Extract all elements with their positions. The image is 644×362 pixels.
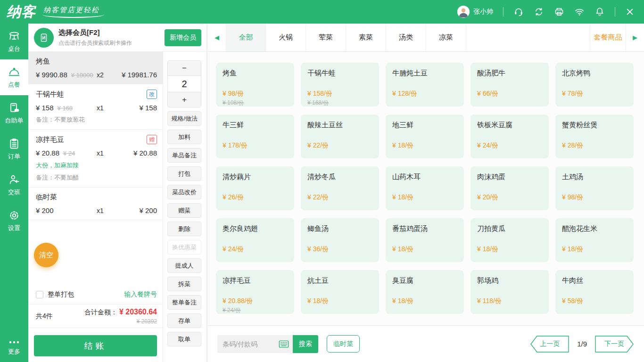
- action-button[interactable]: 取单: [167, 332, 201, 346]
- quantity-minus-button[interactable]: −: [168, 61, 201, 75]
- menu-item-card[interactable]: 干锅牛蛙 ¥ 158/份 ¥ 168/份: [301, 63, 379, 107]
- menu-item-card[interactable]: 清炒藕片 ¥ 26/份: [216, 166, 294, 210]
- prev-page-label: 上一页: [540, 340, 560, 348]
- menu-item-card[interactable]: 牛肉丝 ¥ 58/份: [555, 270, 634, 314]
- menu-item-price: ¥ 128/份: [392, 90, 457, 98]
- action-button[interactable]: 加料: [167, 130, 201, 144]
- menu-item-card[interactable]: 醋泡花生米 ¥ 18/份: [555, 218, 634, 262]
- sidebar-item-tables[interactable]: 桌台: [0, 24, 28, 59]
- order-item-total: ¥ 19981.76: [116, 71, 157, 79]
- menu-item-card[interactable]: 凉拌毛豆 ¥ 20.88/份 ¥ 24/份: [216, 270, 294, 314]
- menu-item-card[interactable]: 地三鲜 ¥ 18/份: [386, 115, 464, 158]
- menu-item-card[interactable]: 番茄鸡蛋汤 ¥ 18/份: [386, 218, 464, 262]
- close-icon[interactable]: [625, 7, 635, 16]
- menu-item-name: 清炒藕片: [223, 173, 288, 181]
- menu-item-name: 郭场鸡: [477, 276, 542, 285]
- clear-order-button[interactable]: 清空: [34, 243, 58, 267]
- menu-item-card[interactable]: 清炒冬瓜 ¥ 22/份: [301, 166, 379, 210]
- menu-item-card[interactable]: 酸辣土豆丝 ¥ 22/份: [301, 115, 379, 158]
- category-tab[interactable]: 全部: [226, 24, 266, 51]
- order-item-row[interactable]: 干锅牛蛙 改 ¥ 158 ¥ 168 x1 ¥ 158 备注：不要放葱花: [28, 84, 163, 130]
- brand-name: 纳客: [7, 2, 36, 22]
- menu-item-name: 山药木耳: [392, 173, 457, 181]
- user-account[interactable]: 张小帅: [457, 6, 493, 18]
- menu-item-card[interactable]: 奥尔良鸡翅 ¥ 24/份: [216, 218, 294, 262]
- printer-icon[interactable]: [554, 7, 564, 17]
- search-button[interactable]: 搜索: [293, 335, 318, 353]
- menu-item-price: ¥ 158/份: [307, 90, 372, 98]
- tabs-scroll-right-icon[interactable]: ▶: [626, 24, 644, 51]
- menu-item-card[interactable]: 牛腩炖土豆 ¥ 128/份: [386, 63, 464, 107]
- next-page-button[interactable]: 下一页: [595, 336, 634, 353]
- menu-item-card[interactable]: 鲫鱼汤 ¥ 36/份: [301, 218, 379, 262]
- action-button[interactable]: 打包: [167, 166, 201, 181]
- order-item-row[interactable]: 临时菜 ¥ 200 x1 ¥ 200: [28, 188, 163, 220]
- action-button[interactable]: 拆菜: [167, 277, 201, 291]
- sidebar-item-more[interactable]: 更多: [0, 333, 28, 362]
- menu-item-card[interactable]: 臭豆腐 ¥ 18/份: [386, 270, 464, 314]
- notification-bell-icon[interactable]: [594, 7, 605, 17]
- menu-item-card[interactable]: 郭场鸡 ¥ 118/份: [471, 270, 549, 314]
- sidebar-item-settings[interactable]: 设置: [0, 203, 28, 239]
- action-button[interactable]: 整单备注: [167, 295, 201, 310]
- pack-whole-order-checkbox[interactable]: [36, 291, 43, 298]
- menu-item-card[interactable]: 烤鱼 ¥ 98/份 ¥ 108/份: [216, 63, 294, 107]
- quantity-plus-button[interactable]: +: [168, 92, 201, 107]
- combo-products-tab[interactable]: 套餐商品: [590, 24, 626, 51]
- brand-slogan: 纳客管店更轻松: [43, 6, 99, 18]
- customer-service-icon[interactable]: [513, 7, 524, 17]
- menu-item-card[interactable]: 铁板米豆腐 ¥ 24/份: [471, 115, 549, 158]
- order-item-quantity: x1: [97, 104, 116, 112]
- menu-item-name: 肉沫鸡蛋: [477, 173, 542, 181]
- menu-item-card[interactable]: 炕土豆 ¥ 18/份: [301, 270, 379, 314]
- sidebar-item-orders[interactable]: 订单: [0, 131, 28, 167]
- menu-item-card[interactable]: 山药木耳 ¥ 18/份: [386, 166, 464, 210]
- action-button[interactable]: 菜品改价: [167, 185, 201, 199]
- action-button[interactable]: 单品备注: [167, 148, 201, 163]
- menu-item-name: 烤鱼: [223, 69, 288, 78]
- prev-page-button[interactable]: 上一页: [530, 336, 569, 353]
- category-tab[interactable]: 汤类: [386, 24, 426, 51]
- menu-item-card[interactable]: 酸汤肥牛 ¥ 66/份: [471, 63, 549, 107]
- checkout-button[interactable]: 结账: [34, 335, 157, 356]
- sidebar-item-self-order[interactable]: 自助单: [0, 95, 28, 131]
- action-button[interactable]: 删除: [167, 222, 201, 236]
- category-tab[interactable]: 素菜: [346, 24, 386, 51]
- wifi-icon[interactable]: [574, 7, 585, 17]
- menu-item-name: 清炒冬瓜: [307, 173, 372, 181]
- temp-dish-button[interactable]: 临时菜: [327, 335, 360, 353]
- action-button[interactable]: 换优惠菜: [167, 240, 201, 255]
- category-tab[interactable]: 火锅: [266, 24, 306, 51]
- order-item-price: ¥ 158: [36, 104, 54, 112]
- action-button[interactable]: 赠菜: [167, 203, 201, 218]
- menu-item-name: 番茄鸡蛋汤: [392, 224, 457, 233]
- menu-item-price: ¥ 24/份: [223, 245, 288, 254]
- add-member-button[interactable]: 新增会员: [165, 29, 201, 46]
- menu-item-card[interactable]: 蟹黄粉丝煲 ¥ 28/份: [555, 115, 634, 158]
- menu-item-card[interactable]: 肉沫鸡蛋 ¥ 20/份: [471, 166, 549, 210]
- action-button[interactable]: 规格/做法: [167, 111, 201, 126]
- menu-item-card[interactable]: 刀拍黄瓜 ¥ 18/份: [471, 218, 549, 262]
- member-select-bar[interactable]: 选择会员[F2] 点击进行会员搜索或刷卡操作 新增会员: [28, 24, 206, 52]
- category-tab[interactable]: 凉菜: [426, 24, 466, 51]
- menu-item-card[interactable]: 牛三鲜 ¥ 178/份: [216, 115, 294, 158]
- sync-icon[interactable]: [534, 7, 544, 17]
- enter-table-number-link[interactable]: 输入餐牌号: [124, 290, 157, 299]
- order-column: 清空 烤鱼 ¥ 9990.88 ¥ 10000 x2 ¥ 19981.76: [28, 52, 163, 362]
- sidebar-item-shift[interactable]: 交班: [0, 167, 28, 203]
- modify-badge[interactable]: 改: [147, 90, 157, 99]
- action-button[interactable]: 存单: [167, 313, 201, 328]
- action-button[interactable]: 提成人: [167, 258, 201, 273]
- order-item-row[interactable]: 烤鱼 ¥ 9990.88 ¥ 10000 x2 ¥ 19981.76: [28, 52, 163, 84]
- tab-spacer: [466, 24, 590, 51]
- tabs-scroll-left-icon[interactable]: ◀: [208, 24, 226, 51]
- order-item-row[interactable]: 凉拌毛豆 赠 ¥ 20.88 ¥ 24 x1 ¥ 20.88 大份，加麻加辣 备…: [28, 130, 163, 188]
- category-tab[interactable]: 荤菜: [306, 24, 346, 51]
- menu-item-name: 酸辣土豆丝: [307, 121, 372, 130]
- barcode-input[interactable]: [223, 340, 279, 348]
- keyboard-icon[interactable]: [279, 340, 289, 348]
- menu-item-card[interactable]: 土鸡汤 ¥ 98/份: [555, 166, 634, 210]
- menu-item-card[interactable]: 北京烤鸭 ¥ 78/份: [555, 63, 634, 107]
- order-item-price: ¥ 200: [36, 206, 54, 214]
- sidebar-item-order-food[interactable]: 点餐: [0, 59, 28, 95]
